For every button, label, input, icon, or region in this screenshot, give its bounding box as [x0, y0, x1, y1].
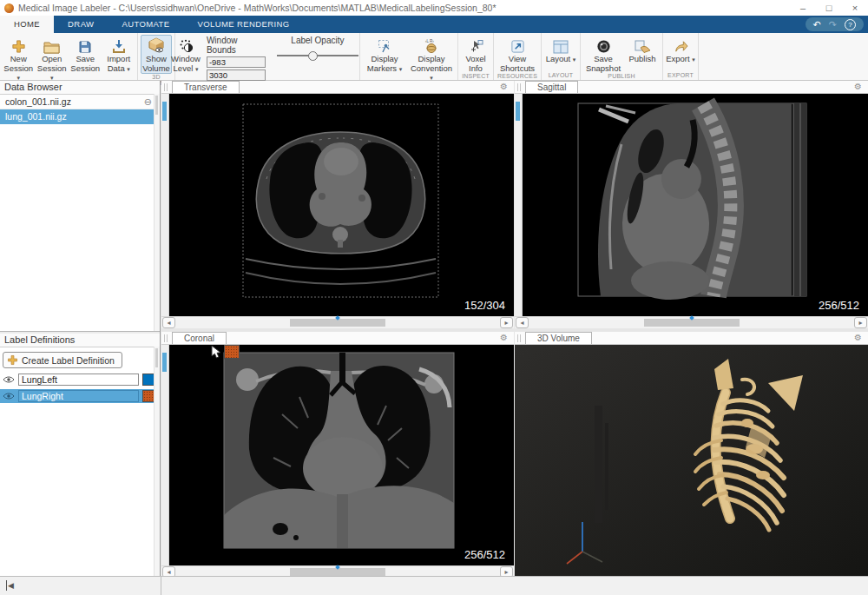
volume-3d-tab-bar: 3D Volume ⚙	[515, 332, 868, 345]
dropdown-arrow-icon: ▾	[692, 56, 695, 63]
group-3d-volume: Show Volume 3D VOLUME	[138, 33, 175, 80]
export-button[interactable]: Export ▾	[666, 35, 695, 65]
label-name-field[interactable]: LungRight	[18, 390, 139, 402]
tab-home[interactable]: HOME	[0, 16, 54, 33]
volume-3d-viewport[interactable]	[515, 345, 868, 577]
sagittal-viewport[interactable]: 256/512	[515, 94, 868, 316]
scroll-left-icon[interactable]: ◂	[516, 317, 529, 328]
tab-sagittal[interactable]: Sagittal	[525, 81, 578, 93]
voxel-info-button[interactable]: Voxel Info	[461, 35, 490, 73]
collapse-panel-icon[interactable]: ◀	[6, 580, 14, 591]
window-level-button[interactable]: Window Level ▾	[171, 35, 201, 74]
slider-thumb[interactable]	[308, 51, 318, 61]
coronal-slice-slider[interactable]	[161, 345, 169, 565]
transverse-ct-image	[169, 94, 514, 316]
undo-icon[interactable]: ↶	[813, 17, 821, 31]
label-name-field[interactable]: LungLeft	[18, 374, 139, 386]
group-label-layout: LAYOUT	[542, 72, 580, 80]
svg-text:‹L R›: ‹L R›	[425, 39, 434, 43]
display-markers-button[interactable]: Display Markers ▾	[363, 35, 406, 74]
transverse-scrollbar[interactable]: ◂ ▸	[161, 316, 514, 328]
status-bar-divider	[161, 577, 161, 595]
window-title: Medical Image Labeler - C:\Users\ssidhwa…	[18, 3, 496, 13]
import-data-icon	[112, 36, 126, 55]
scroll-left-icon[interactable]: ◂	[162, 317, 175, 328]
slice-indicator: 152/304	[464, 299, 505, 312]
visibility-eye-icon[interactable]	[3, 392, 15, 400]
show-volume-button[interactable]: Show Volume	[141, 35, 172, 74]
tab-draw[interactable]: DRAW	[54, 16, 108, 33]
gear-icon[interactable]: ⚙	[854, 333, 862, 343]
window-bound-max-field[interactable]	[207, 69, 266, 81]
gear-icon[interactable]: ⚙	[500, 82, 508, 92]
display-convention-button[interactable]: ‹L R› Display Convention ▾	[408, 35, 455, 83]
scroll-track[interactable]	[529, 318, 853, 327]
dropdown-arrow-icon: ▾	[430, 75, 433, 81]
label-definitions-scrollbar[interactable]	[154, 347, 160, 576]
slider-thumb[interactable]	[162, 102, 167, 121]
pane-grip[interactable]	[517, 334, 521, 342]
open-session-button[interactable]: Open Session ▾	[36, 35, 69, 83]
show-volume-icon	[148, 36, 165, 55]
save-session-icon	[78, 36, 92, 55]
data-browser-scrollbar[interactable]	[154, 94, 160, 331]
data-browser-header: Data Browser	[0, 81, 160, 95]
tab-volume-rendering[interactable]: VOLUME RENDERING	[184, 16, 304, 33]
save-snapshot-button[interactable]: Save Snapshot	[583, 35, 623, 73]
view-shortcuts-button[interactable]: View Shortcuts	[496, 35, 538, 73]
close-button[interactable]: ×	[842, 0, 868, 16]
label-row-lungright[interactable]: LungRight	[0, 389, 160, 403]
sagittal-slice-slider[interactable]	[515, 94, 523, 316]
help-icon[interactable]: ?	[845, 19, 856, 30]
pane-grip[interactable]	[164, 83, 168, 91]
sidebar: Data Browser colon_001.nii.gz ⊖ lung_001…	[0, 81, 161, 576]
group-label-export: EXPORT	[663, 72, 698, 80]
tab-transverse[interactable]: Transverse	[172, 81, 240, 93]
publish-button[interactable]: Publish	[625, 35, 660, 64]
data-item-colon[interactable]: colon_001.nii.gz ⊖	[0, 95, 160, 109]
layout-button[interactable]: Layout ▾	[544, 35, 577, 65]
group-layout: Layout ▾ LAYOUT	[542, 33, 581, 80]
voxel-info-icon	[469, 36, 483, 55]
tab-coronal[interactable]: Coronal	[172, 332, 227, 344]
transverse-viewport[interactable]: 152/304	[161, 94, 514, 316]
slider-thumb[interactable]	[516, 102, 520, 121]
import-data-button[interactable]: Import Data ▾	[103, 35, 135, 74]
save-session-button[interactable]: Save Session	[69, 35, 102, 73]
new-session-button[interactable]: New Session ▾	[3, 35, 35, 83]
maximize-button[interactable]: □	[816, 0, 842, 16]
minimize-button[interactable]: –	[790, 0, 816, 16]
group-publish: Save Snapshot Publish PUBLISH	[581, 33, 663, 80]
create-label-definition-button[interactable]: Create Label Definition	[3, 352, 122, 368]
scroll-right-icon[interactable]: ▸	[854, 317, 867, 328]
pane-grip[interactable]	[164, 334, 168, 342]
redo-icon[interactable]: ↷	[829, 17, 837, 31]
gear-icon[interactable]: ⚙	[500, 333, 508, 343]
gear-icon[interactable]: ⚙	[854, 82, 862, 92]
label-row-lungleft[interactable]: LungLeft	[0, 373, 160, 387]
data-item-lung[interactable]: lung_001.nii.gz	[0, 109, 160, 124]
remove-data-icon[interactable]: ⊖	[144, 95, 152, 109]
pane-grip[interactable]	[517, 83, 521, 91]
ribbon-tab-strip: HOME DRAW AUTOMATE VOLUME RENDERING ↶ ↷ …	[0, 16, 868, 33]
dropdown-arrow-icon: ▾	[399, 66, 403, 72]
tab-automate[interactable]: AUTOMATE	[108, 16, 183, 33]
app-icon	[4, 3, 14, 13]
brush-cursor	[210, 345, 240, 360]
medical-image-labeler-app: Medical Image Labeler - C:\Users\ssidhwa…	[0, 0, 868, 595]
scroll-right-icon[interactable]: ▸	[500, 317, 513, 328]
label-opacity-slider[interactable]	[277, 51, 358, 61]
transverse-slice-slider[interactable]	[161, 94, 169, 316]
data-browser-panel: Data Browser colon_001.nii.gz ⊖ lung_001…	[0, 81, 160, 331]
volume-3d-pane: 3D Volume ⚙	[515, 332, 868, 576]
visibility-eye-icon[interactable]	[3, 375, 15, 384]
scroll-track[interactable]	[176, 318, 499, 327]
open-session-icon	[43, 36, 60, 55]
sagittal-scrollbar[interactable]: ◂ ▸	[515, 316, 868, 328]
tab-3d-volume[interactable]: 3D Volume	[525, 332, 592, 344]
group-resources: View Shortcuts RESOURCES	[494, 33, 542, 80]
coronal-viewport[interactable]: 256/512	[161, 345, 514, 565]
slider-thumb[interactable]	[162, 353, 167, 372]
label-definitions-header: Label Definitions	[0, 334, 160, 347]
window-bound-min-field[interactable]	[207, 56, 266, 68]
